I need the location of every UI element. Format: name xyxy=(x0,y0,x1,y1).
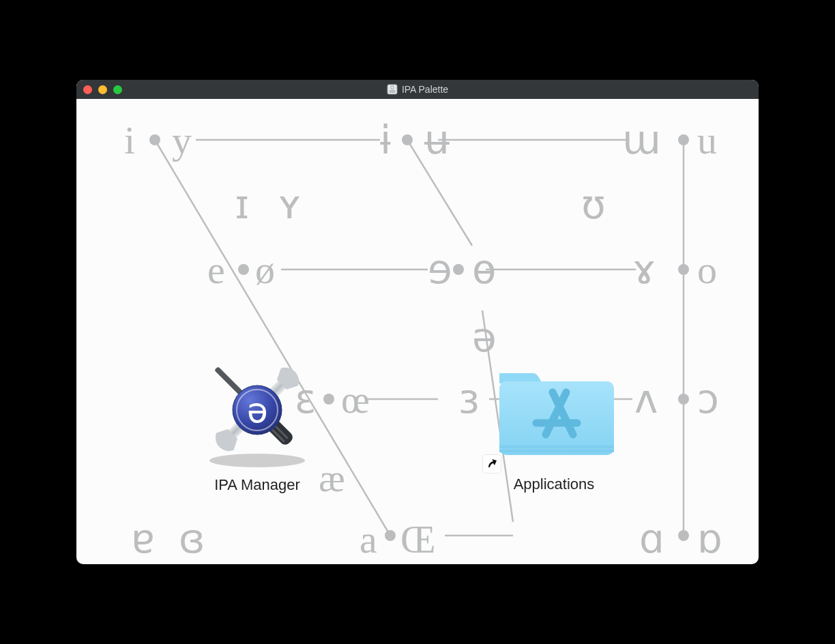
ipa-manager-app[interactable]: ə IPA Manager xyxy=(158,351,356,494)
traffic-lights xyxy=(83,85,122,94)
window-content: i y ɨ ʉ ɯ u ɪ ʏ ʊ e ø ɘ ɵ ɤ o ə ɛ œ ɜ ʌ xyxy=(76,99,759,564)
shortcut-arrow-badge xyxy=(483,455,501,473)
applications-folder-icon xyxy=(486,358,622,467)
close-button[interactable] xyxy=(83,85,92,94)
window-title: IPA Palette xyxy=(76,84,759,95)
svg-point-2 xyxy=(391,86,394,89)
ipa-manager-icon: ə xyxy=(196,351,319,471)
titlebar[interactable]: IPA Palette xyxy=(76,80,759,99)
ipa-manager-label: IPA Manager xyxy=(214,476,300,494)
svg-point-52 xyxy=(209,454,305,467)
dmg-window: IPA Palette xyxy=(76,80,759,564)
minimize-button[interactable] xyxy=(98,85,107,94)
disk-image-icon xyxy=(387,84,398,95)
zoom-button[interactable] xyxy=(113,85,122,94)
applications-label: Applications xyxy=(514,475,595,493)
svg-rect-0 xyxy=(387,85,397,94)
svg-rect-63 xyxy=(499,450,614,452)
applications-folder-shortcut[interactable]: Applications xyxy=(465,358,643,493)
svg-rect-1 xyxy=(389,90,395,93)
svg-text:ə: ə xyxy=(247,392,268,430)
svg-rect-62 xyxy=(499,445,614,448)
